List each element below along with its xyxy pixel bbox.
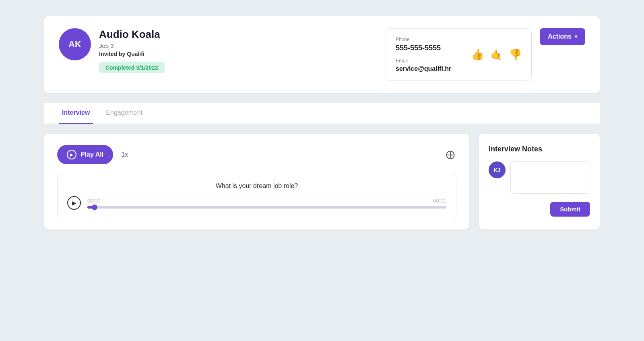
profile-right: Phone 555-555-5555 Email service@qualifi… — [386, 28, 585, 81]
status-badge: Completed 3/1/2022 — [99, 62, 165, 73]
play-all-icon: ▶ — [67, 150, 76, 159]
invited-by: Invited by Qualifi — [99, 51, 165, 57]
actions-button[interactable]: Actions ▾ — [540, 28, 585, 45]
chevron-down-icon: ▾ — [575, 34, 577, 39]
notes-input-row: KJ — [489, 161, 590, 194]
phone-label: Phone — [396, 37, 451, 42]
profile-left: AK Audio Koala Job 3 Invited by Qualifi … — [59, 28, 386, 73]
time-start: 00:00 — [87, 198, 101, 204]
job-label: Job 3 — [99, 42, 165, 49]
audio-timeline: 00:00 00:01 — [87, 198, 446, 209]
play-all-button[interactable]: ▶ Play All — [57, 145, 113, 164]
time-end: 00:01 — [433, 198, 446, 204]
audio-player: ▶ 00:00 00:01 — [67, 196, 446, 210]
play-all-label: Play All — [80, 151, 103, 158]
time-labels: 00:00 00:01 — [87, 198, 446, 204]
notes-panel: Interview Notes KJ Submit — [479, 134, 600, 229]
profile-card: AK Audio Koala Job 3 Invited by Qualifi … — [44, 16, 600, 93]
speed-label[interactable]: 1x — [121, 151, 128, 158]
question-row: What is your dream job role? ▶ 00:00 00:… — [57, 174, 456, 218]
contact-info: Phone 555-555-5555 Email service@qualifi… — [396, 37, 451, 72]
playall-row: ▶ Play All 1x ⨁ — [57, 145, 456, 164]
submit-button[interactable]: Submit — [550, 202, 590, 217]
avatar: AK — [59, 28, 91, 60]
profile-info: Audio Koala Job 3 Invited by Qualifi Com… — [99, 28, 165, 73]
tab-interview[interactable]: Interview — [59, 103, 93, 124]
actions-label: Actions — [548, 33, 572, 40]
export-icon: ⨁ — [446, 149, 455, 159]
tab-engagement[interactable]: Engagement — [103, 103, 146, 124]
progress-bar-track[interactable] — [87, 206, 446, 209]
interview-panel: ▶ Play All 1x ⨁ What is your dream job r… — [44, 134, 469, 229]
thumbs-down-icon[interactable]: 👎 — [509, 48, 522, 61]
phone-value: 555-555-5555 — [396, 44, 451, 52]
reviewer-avatar: KJ — [489, 161, 506, 178]
email-value: service@qualifi.hr — [396, 65, 451, 72]
progress-thumb — [92, 205, 97, 210]
thumbs-up-icon[interactable]: 👍 — [471, 48, 484, 61]
thumbs-sideways-icon[interactable]: 🤙 — [490, 49, 502, 60]
play-button[interactable]: ▶ — [67, 196, 81, 210]
tabs-bar: Interview Engagement — [44, 103, 600, 124]
email-label: Email — [396, 58, 451, 64]
notes-title: Interview Notes — [489, 145, 590, 153]
contact-card: Phone 555-555-5555 Email service@qualifi… — [386, 28, 532, 81]
question-text: What is your dream job role? — [67, 182, 446, 190]
candidate-name: Audio Koala — [99, 28, 165, 41]
export-button[interactable]: ⨁ — [444, 148, 456, 161]
rating-icons: 👍 🤙 👎 — [471, 48, 522, 61]
notes-textarea[interactable] — [510, 161, 590, 194]
contact-divider — [461, 41, 461, 69]
main-content: ▶ Play All 1x ⨁ What is your dream job r… — [44, 134, 600, 229]
inviter-name: Qualifi — [127, 51, 144, 57]
